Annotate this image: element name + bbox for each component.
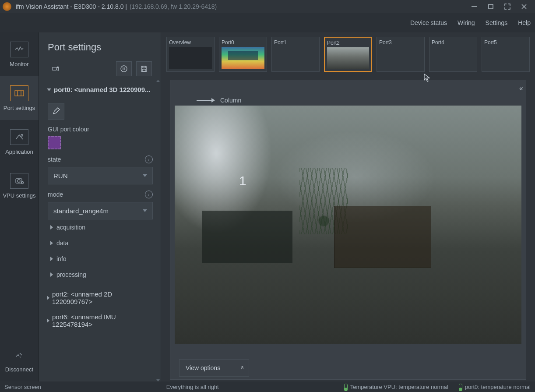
port-settings-icon bbox=[10, 85, 28, 101]
record-button[interactable] bbox=[48, 61, 63, 76]
window-title: ifm Vision Assistant - E3D300 - 2.10.8.0… bbox=[16, 3, 127, 10]
rail-monitor[interactable]: Monitor bbox=[0, 32, 39, 76]
acquisition-accordion[interactable]: acquisition bbox=[48, 219, 153, 235]
svg-point-13 bbox=[121, 66, 127, 72]
restore-button[interactable] bbox=[482, 1, 499, 12]
port0-head-label: port0: <unnamed 3D 1220909... bbox=[54, 86, 151, 93]
thumb-label: Port5 bbox=[484, 39, 527, 46]
side-panel: Port settings port0: <unnamed 3D 1220909… bbox=[39, 32, 161, 381]
thumb-label: Port3 bbox=[379, 39, 422, 46]
temp-vpu-indicator: Temperature VPU: temperature normal bbox=[344, 384, 448, 390]
collapse-panel-button[interactable]: « bbox=[519, 85, 523, 92]
thumb-label: Port0 bbox=[222, 39, 264, 46]
vpu-settings-icon bbox=[10, 173, 28, 189]
menu-device-status[interactable]: Device status bbox=[410, 19, 447, 26]
overlay-number: 1 bbox=[239, 173, 246, 188]
camera-image[interactable]: 1 bbox=[175, 106, 521, 344]
menu-wiring[interactable]: Wiring bbox=[458, 19, 475, 26]
thermometer-icon bbox=[344, 384, 348, 390]
thumb-image bbox=[327, 47, 369, 69]
info-icon[interactable]: i bbox=[145, 155, 153, 163]
panel-title: Port settings bbox=[39, 32, 161, 62]
info-accordion[interactable]: info bbox=[48, 251, 153, 267]
chevron-right-icon bbox=[47, 318, 49, 323]
fullscreen-button[interactable] bbox=[499, 1, 516, 12]
temp-vpu-text: Temperature VPU: temperature normal bbox=[350, 384, 448, 390]
view-options-toggle[interactable]: View options » bbox=[179, 359, 249, 377]
thumb-port2[interactable]: Port2 bbox=[324, 37, 372, 72]
port0-accordion[interactable]: port0: <unnamed 3D 1220909... bbox=[47, 83, 153, 96]
chevron-right-icon bbox=[50, 272, 53, 277]
port6-accordion[interactable]: port6: <unnamed IMU 1225478194> bbox=[47, 311, 153, 331]
mode-select[interactable]: standard_range4m bbox=[48, 202, 153, 219]
rail-vpu-settings-label: VPU settings bbox=[3, 192, 35, 199]
thumb-label: Port2 bbox=[327, 40, 369, 46]
chevron-down-icon bbox=[143, 209, 147, 212]
data-accordion[interactable]: data bbox=[48, 235, 153, 251]
rail-disconnect-label: Disconnect bbox=[5, 366, 33, 373]
thumb-overview[interactable]: Overview bbox=[166, 37, 215, 72]
column-arrow-icon bbox=[197, 100, 214, 101]
mode-value: standard_range4m bbox=[53, 207, 109, 215]
data-label: data bbox=[56, 240, 68, 247]
temp-port0-indicator: port0: temperature normal bbox=[459, 384, 531, 390]
panel-scrollbar[interactable] bbox=[156, 80, 160, 381]
chevron-right-icon bbox=[47, 296, 49, 300]
rail-vpu-settings[interactable]: VPU settings bbox=[0, 164, 39, 208]
status-left: Sensor screen bbox=[4, 384, 41, 390]
svg-rect-11 bbox=[53, 67, 56, 70]
svg-rect-16 bbox=[143, 66, 145, 68]
viewer: « Column 1 View options » bbox=[170, 80, 526, 380]
window-subtitle: (192.168.0.69, fw 1.20.29-6418) bbox=[130, 3, 217, 10]
processing-accordion[interactable]: processing bbox=[48, 267, 153, 283]
close-button[interactable] bbox=[516, 1, 532, 12]
port2-accordion[interactable]: port2: <unnamed 2D 1220909767> bbox=[47, 288, 153, 308]
state-select[interactable]: RUN bbox=[48, 167, 153, 184]
state-label: state bbox=[48, 156, 61, 163]
thermometer-icon bbox=[459, 384, 462, 390]
mode-label: mode bbox=[48, 191, 63, 198]
thumb-port4[interactable]: Port4 bbox=[429, 37, 477, 72]
pause-button[interactable] bbox=[116, 61, 132, 76]
svg-point-7 bbox=[21, 134, 23, 136]
rail-disconnect[interactable]: Disconnect bbox=[0, 338, 39, 381]
svg-rect-17 bbox=[142, 69, 146, 71]
svg-point-12 bbox=[57, 67, 58, 68]
titlebar: ifm Vision Assistant - E3D300 - 2.10.8.0… bbox=[0, 0, 535, 13]
column-label: Column bbox=[220, 97, 241, 104]
proc-label: processing bbox=[56, 271, 86, 278]
rail-port-settings[interactable]: Port settings bbox=[0, 76, 39, 120]
menu-settings[interactable]: Settings bbox=[486, 19, 508, 26]
thumb-label: Port4 bbox=[432, 39, 475, 46]
disconnect-icon bbox=[10, 347, 28, 363]
rail-port-settings-label: Port settings bbox=[4, 105, 35, 111]
rail-monitor-label: Monitor bbox=[10, 61, 28, 67]
gui-colour-label: GUI port colour bbox=[48, 126, 89, 133]
thumb-port5[interactable]: Port5 bbox=[482, 37, 530, 72]
chevron-right-icon bbox=[50, 225, 53, 230]
thumb-port1[interactable]: Port1 bbox=[271, 37, 320, 72]
edit-button[interactable] bbox=[48, 103, 64, 120]
colour-swatch[interactable] bbox=[48, 136, 61, 149]
save-button[interactable] bbox=[136, 61, 152, 76]
state-value: RUN bbox=[53, 172, 68, 180]
minimize-button[interactable] bbox=[466, 1, 482, 12]
acq-label: acquisition bbox=[56, 224, 85, 231]
port6-head-label: port6: <unnamed IMU 1225478194> bbox=[52, 313, 153, 328]
info-icon[interactable]: i bbox=[145, 191, 153, 198]
monitor-icon bbox=[10, 42, 28, 57]
rail-application-label: Application bbox=[5, 148, 33, 155]
thumb-image bbox=[169, 47, 212, 69]
top-menu: Device status Wiring Settings Help bbox=[0, 13, 535, 32]
thumb-label: Port1 bbox=[274, 39, 317, 46]
thumb-port3[interactable]: Port3 bbox=[377, 37, 425, 72]
chevron-down-icon bbox=[143, 174, 147, 177]
thumb-image bbox=[222, 47, 264, 69]
thumb-port0[interactable]: Port0 bbox=[219, 37, 267, 72]
chevron-up-icon: » bbox=[238, 367, 245, 369]
left-rail: Monitor Port settings Application VPU se… bbox=[0, 32, 39, 381]
main-area: Overview Port0 Port1 Port2 Port3 Port4 P… bbox=[161, 32, 535, 381]
rail-application[interactable]: Application bbox=[0, 120, 39, 164]
menu-help[interactable]: Help bbox=[518, 19, 531, 26]
app-logo-icon bbox=[3, 2, 11, 11]
